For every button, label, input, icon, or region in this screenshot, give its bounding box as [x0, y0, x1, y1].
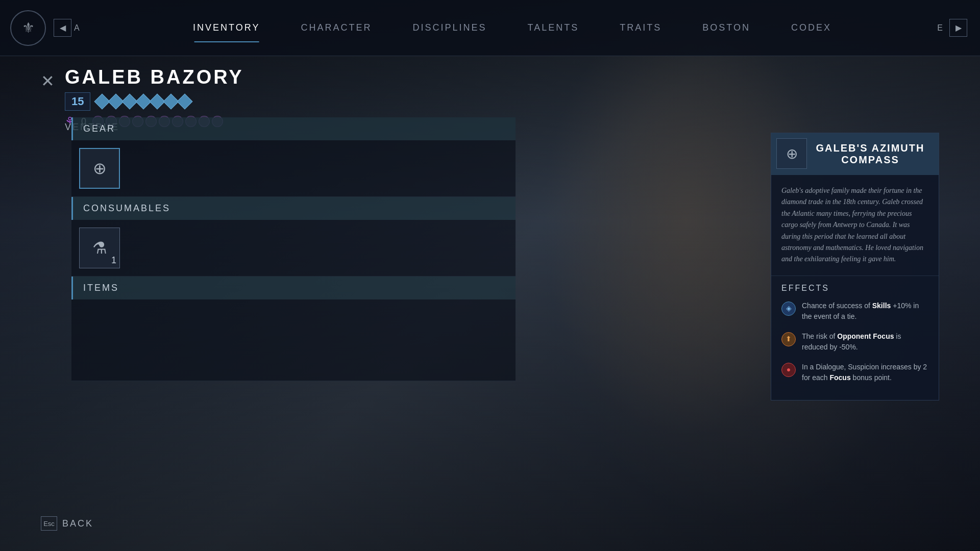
- nav-boston[interactable]: BOSTON: [682, 17, 771, 38]
- nav-disciplines[interactable]: DISCIPLINES: [392, 17, 507, 38]
- detail-title: GALEB'S AZIMUTH COMPASS: [812, 142, 928, 166]
- item-count: 1: [111, 255, 116, 266]
- detail-panel: ⊕ GALEB'S AZIMUTH COMPASS Galeb's adopti…: [771, 133, 939, 400]
- detail-item-icon: ⊕: [776, 138, 807, 169]
- nav-left-key: A: [74, 23, 80, 33]
- logo-icon: ⚜: [22, 19, 35, 36]
- gear-content: ⊕: [71, 140, 516, 197]
- consumables-header: CONSUMABLES: [71, 197, 516, 220]
- effect-icon-suspicion: ●: [781, 363, 796, 377]
- consumables-content: ⚗ 1: [71, 220, 516, 277]
- nav-items: INVENTORY CHARACTER DISCIPLINES TALENTS …: [87, 17, 938, 38]
- char-level: 15: [65, 92, 90, 111]
- nav-talents[interactable]: TALENTS: [507, 17, 600, 38]
- gear-slot-1[interactable]: ⊕: [79, 148, 120, 189]
- effects-title: EFFECTS: [781, 284, 928, 293]
- nav-right-key: E: [937, 23, 943, 33]
- nav-traits[interactable]: TRAITS: [599, 17, 682, 38]
- effect-text-1: Chance of success of Skills +10% in the …: [802, 300, 928, 322]
- effects-section: EFFECTS ◈ Chance of success of Skills +1…: [771, 276, 939, 400]
- effect-row-3: ● In a Dialogue, Suspicion increases by …: [781, 362, 928, 383]
- nav-codex[interactable]: CODEX: [771, 17, 852, 38]
- char-name: GALEB BAZORY: [65, 66, 244, 88]
- detail-description: Galeb's adoptive family made their fortu…: [771, 175, 939, 276]
- nav-logo[interactable]: ⚜: [10, 10, 46, 46]
- effect-text-2: The risk of Opponent Focus is reduced by…: [802, 331, 928, 353]
- consumable-slot-1[interactable]: ⚗ 1: [79, 228, 120, 268]
- nav-character[interactable]: CHARACTER: [280, 17, 392, 38]
- detail-header: ⊕ GALEB'S AZIMUTH COMPASS: [771, 133, 939, 175]
- skills-icon: ◈: [786, 304, 792, 313]
- effect-row-2: ⬆ The risk of Opponent Focus is reduced …: [781, 331, 928, 353]
- effect-icon-skills: ◈: [781, 302, 796, 316]
- back-label: BACK: [62, 518, 93, 529]
- effect-icon-focus: ⬆: [781, 332, 796, 346]
- compass-icon: ⊕: [93, 159, 107, 178]
- level-pips: [96, 96, 190, 107]
- pip-7: [177, 93, 193, 109]
- nav-left-arrow[interactable]: ◀: [54, 19, 71, 37]
- gear-header: GEAR: [71, 117, 516, 140]
- items-section: ITEMS: [71, 277, 516, 381]
- close-icon[interactable]: ✕: [41, 71, 55, 91]
- potion-icon: ⚗: [92, 238, 107, 258]
- detail-compass-icon: ⊕: [786, 145, 798, 162]
- nav-right-arrow[interactable]: ▶: [949, 19, 967, 37]
- nav-inventory[interactable]: INVENTORY: [173, 17, 280, 38]
- items-header: ITEMS: [71, 277, 516, 299]
- gear-section: GEAR ⊕: [71, 117, 516, 197]
- effect-text-3: In a Dialogue, Suspicion increases by 2 …: [802, 362, 928, 383]
- items-content: [71, 299, 516, 381]
- nav-bar: ⚜ ◀ A INVENTORY CHARACTER DISCIPLINES TA…: [0, 0, 980, 56]
- char-level-row: 15: [65, 92, 244, 111]
- back-button[interactable]: Esc BACK: [41, 516, 93, 531]
- focus-icon: ⬆: [786, 335, 792, 343]
- effect-row-1: ◈ Chance of success of Skills +10% in th…: [781, 300, 928, 322]
- suspicion-icon: ●: [787, 366, 791, 374]
- back-key: Esc: [41, 516, 57, 531]
- consumables-section: CONSUMABLES ⚗ 1: [71, 197, 516, 277]
- inventory-panel: GEAR ⊕ CONSUMABLES ⚗ 1 ITEMS: [71, 117, 516, 381]
